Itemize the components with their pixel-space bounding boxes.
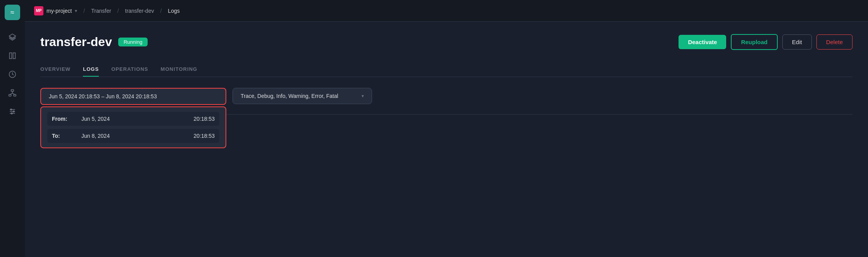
svg-rect-5	[9, 94, 11, 96]
page-title: transfer-dev	[40, 35, 112, 49]
sidebar: ≈	[0, 0, 25, 257]
sidebar-item-sliders[interactable]	[5, 104, 20, 119]
svg-rect-1	[10, 53, 12, 59]
breadcrumb-transfer-dev[interactable]: transfer-dev	[125, 8, 154, 14]
log-level-chevron-icon: ▾	[362, 93, 364, 99]
delete-button[interactable]: Delete	[816, 34, 852, 50]
topbar: MP my-project ▾ / Transfer / transfer-de…	[25, 0, 868, 22]
project-selector[interactable]: MP my-project ▾	[34, 6, 77, 15]
page-header-left: transfer-dev Running	[40, 35, 148, 49]
date-range-input[interactable]: Jun 5, 2024 20:18:53 – Jun 8, 2024 20:18…	[40, 88, 226, 105]
tabs-bar: Overview Logs Operations Monitoring	[40, 62, 852, 77]
svg-point-15	[11, 113, 12, 114]
project-icon: MP	[34, 6, 43, 15]
sidebar-item-columns[interactable]	[5, 48, 20, 63]
to-row: To: Jun 8, 2024 20:18:53	[47, 129, 219, 143]
main-area: MP my-project ▾ / Transfer / transfer-de…	[25, 0, 868, 257]
status-badge: Running	[118, 38, 148, 46]
sidebar-item-layers[interactable]	[5, 29, 20, 45]
filter-row: Jun 5, 2024 20:18:53 – Jun 8, 2024 20:18…	[40, 88, 852, 105]
to-time-value[interactable]: 20:18:53	[194, 133, 215, 139]
content-area: transfer-dev Running Deactivate Reupload…	[25, 22, 868, 257]
date-range-value: Jun 5, 2024 20:18:53 – Jun 8, 2024 20:18…	[49, 93, 157, 99]
project-name: my-project	[46, 8, 72, 14]
app-logo[interactable]: ≈	[5, 5, 20, 20]
project-chevron-icon: ▾	[75, 8, 77, 14]
svg-rect-2	[13, 53, 16, 59]
svg-rect-6	[14, 94, 16, 96]
tab-monitoring[interactable]: Monitoring	[161, 62, 198, 77]
tab-operations[interactable]: Operations	[111, 62, 148, 77]
breadcrumb-logs: Logs	[168, 8, 179, 14]
breadcrumb-sep-3: /	[160, 8, 162, 14]
date-picker-dropdown: From: Jun 5, 2024 20:18:53 To: Jun 8, 20…	[40, 106, 226, 148]
from-time-value[interactable]: 20:18:53	[194, 116, 215, 122]
page-header: transfer-dev Running Deactivate Reupload…	[40, 34, 852, 50]
log-level-value: Trace, Debug, Info, Warning, Error, Fata…	[241, 93, 357, 99]
tab-overview[interactable]: Overview	[40, 62, 71, 77]
to-label: To:	[52, 133, 75, 139]
sidebar-item-gauge[interactable]	[5, 67, 20, 82]
page-actions: Deactivate Reupload Edit Delete	[679, 34, 852, 50]
svg-rect-4	[11, 90, 14, 91]
sidebar-item-network[interactable]	[5, 85, 20, 101]
logo-icon: ≈	[10, 9, 14, 17]
deactivate-button[interactable]: Deactivate	[679, 35, 726, 49]
from-row: From: Jun 5, 2024 20:18:53	[47, 112, 219, 126]
tab-logs[interactable]: Logs	[83, 62, 99, 77]
edit-button[interactable]: Edit	[782, 34, 812, 50]
breadcrumb-sep-1: /	[83, 8, 85, 14]
date-picker-wrapper: Jun 5, 2024 20:18:53 – Jun 8, 2024 20:18…	[40, 88, 226, 105]
to-date-value[interactable]: Jun 8, 2024	[81, 133, 188, 139]
reupload-button[interactable]: Reupload	[731, 34, 777, 50]
breadcrumb-transfer[interactable]: Transfer	[91, 8, 111, 14]
log-level-dropdown[interactable]: Trace, Debug, Info, Warning, Error, Fata…	[232, 88, 372, 104]
from-date-value[interactable]: Jun 5, 2024	[81, 116, 188, 122]
from-label: From:	[52, 116, 75, 122]
svg-point-14	[13, 111, 14, 112]
breadcrumb-sep-2: /	[117, 8, 119, 14]
svg-point-13	[10, 109, 12, 110]
